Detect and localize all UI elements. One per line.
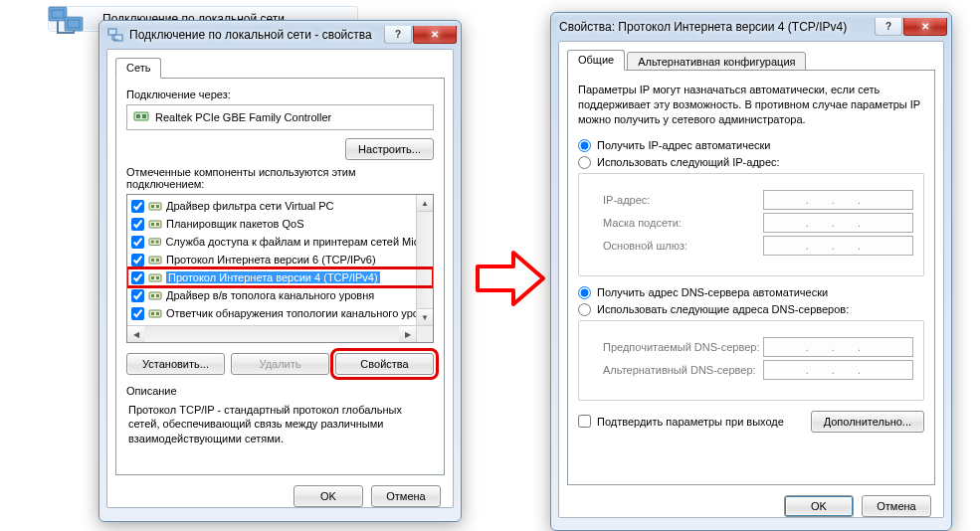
ok-button[interactable]: OK [294,485,363,507]
description-text: Протокол TCP/IP - стандартный протокол г… [126,401,434,451]
protocol-icon [148,253,162,266]
dns-auto-radio[interactable] [578,286,591,299]
protocol-icon [148,235,161,249]
protocol-icon [148,217,162,231]
ip-auto-radio[interactable] [578,139,591,152]
svg-rect-27 [149,310,161,317]
ip-address-input: . . . [763,190,913,210]
dns-auto-label: Получить адрес DNS-сервера автоматически [597,286,828,298]
info-text: Параметры IP могут назначаться автоматич… [578,83,924,127]
lan-properties-titlebar[interactable]: Подключение по локальной сети - свойства [99,21,461,49]
protocol-icon [148,288,162,302]
configure-button[interactable]: Настроить... [345,138,434,160]
components-label: Отмеченные компоненты используются этим … [126,166,434,190]
svg-rect-4 [108,29,116,35]
tab-general[interactable]: Общие [567,50,625,71]
svg-rect-22 [151,276,154,279]
close-button[interactable] [413,26,457,44]
dns-alt-label: Альтернативный DNS-сервер: [603,364,763,376]
svg-rect-14 [156,223,159,226]
validate-checkbox[interactable] [578,415,591,428]
lan-properties-title: Подключение по локальной сети - свойства [129,28,372,42]
ok-button[interactable]: OK [784,495,854,517]
svg-rect-1 [52,10,64,18]
dns-pref-label: Предпочитаемый DNS-сервер: [603,341,763,353]
svg-rect-21 [149,274,161,281]
connect-via-label: Подключение через: [126,88,434,100]
ipv4-properties-titlebar[interactable]: Свойства: Протокол Интернета версии 4 (T… [551,13,951,41]
component-label: Драйвер в/в тополога канального уровня [166,289,374,301]
close-button[interactable] [903,18,947,36]
network-icon [107,27,123,43]
ipv4-properties-title: Свойства: Протокол Интернета версии 4 (T… [559,20,847,34]
svg-rect-15 [149,239,160,246]
vertical-scrollbar[interactable]: ▲ ▼ [416,195,433,325]
scroll-right-icon[interactable]: ▶ [399,326,416,343]
component-label: Планировщик пакетов QoS [166,218,304,230]
properties-button[interactable]: Свойства [335,353,434,375]
install-button[interactable]: Установить... [126,353,225,375]
horizontal-scrollbar[interactable]: ◀ ▶ [127,325,416,342]
help-button[interactable] [384,26,412,44]
ipv4-properties-window: Свойства: Протокол Интернета версии 4 (T… [550,12,952,531]
list-item[interactable]: Драйвер в/в тополога канального уровня [127,286,433,304]
scroll-left-icon[interactable]: ◀ [127,326,144,343]
subnet-input: . . . [763,213,913,233]
protocol-icon [148,306,162,320]
component-checkbox[interactable] [131,218,144,231]
protocol-icon [148,270,162,284]
svg-rect-19 [151,259,154,262]
list-item[interactable]: Драйвер фильтра сети Virtual PC [127,197,433,215]
ip-manual-radio[interactable] [578,156,591,169]
list-item[interactable]: Протокол Интернета версии 6 (TCP/IPv6) [127,251,433,268]
svg-rect-3 [68,20,80,28]
svg-rect-29 [156,312,159,315]
description-label: Описание [126,385,434,397]
component-checkbox[interactable] [131,271,144,284]
svg-rect-7 [136,114,140,118]
red-arrow-icon [476,249,545,308]
scroll-corner [416,325,433,342]
svg-rect-16 [151,241,154,244]
cancel-button[interactable]: Отмена [371,485,441,507]
list-item[interactable]: Протокол Интернета версии 4 (TCP/IPv4) [127,268,433,286]
tab-network[interactable]: Сеть [115,58,161,79]
protocol-icon [148,199,162,213]
component-checkbox[interactable] [131,200,144,213]
components-list[interactable]: Драйвер фильтра сети Virtual PCПланировщ… [126,194,434,343]
dns-manual-radio[interactable] [578,303,591,316]
component-checkbox[interactable] [131,254,144,266]
component-label: Служба доступа к файлам и принтерам сете… [165,236,429,248]
component-label: Ответчик обнаружения топологии канальног… [166,307,419,319]
component-label: Драйвер фильтра сети Virtual PC [166,200,333,212]
component-label: Протокол Интернета версии 6 (TCP/IPv6) [166,254,376,266]
list-item[interactable]: Ответчик обнаружения топологии канальног… [127,304,433,322]
svg-rect-12 [149,221,161,228]
component-checkbox[interactable] [131,236,144,249]
subnet-label: Маска подсети: [603,217,763,229]
list-item[interactable]: Планировщик пакетов QoS [127,215,433,233]
cancel-button[interactable]: Отмена [862,495,931,517]
component-checkbox[interactable] [131,307,144,320]
scroll-down-icon[interactable]: ▼ [417,308,433,325]
svg-rect-10 [151,205,154,208]
tab-alternate-config[interactable]: Альтернативная конфигурация [627,52,806,71]
svg-rect-9 [149,203,161,210]
svg-rect-20 [156,259,159,262]
component-checkbox[interactable] [131,289,144,302]
gateway-input: . . . [763,236,913,256]
dns-pref-input: . . . [763,337,913,357]
uninstall-button: Удалить [231,353,329,375]
help-button[interactable] [875,18,902,36]
svg-rect-25 [151,294,154,297]
svg-rect-13 [151,223,154,226]
ip-address-label: IP-адрес: [603,194,763,206]
svg-rect-23 [156,276,159,279]
advanced-button[interactable]: Дополнительно... [811,411,924,433]
dns-alt-input: . . . [763,360,913,380]
scroll-up-icon[interactable]: ▲ [417,195,433,212]
svg-rect-28 [151,312,154,315]
list-item[interactable]: Служба доступа к файлам и принтерам сете… [127,233,433,251]
svg-rect-26 [156,294,159,297]
dns-manual-label: Использовать следующие адреса DNS-сервер… [597,303,849,315]
